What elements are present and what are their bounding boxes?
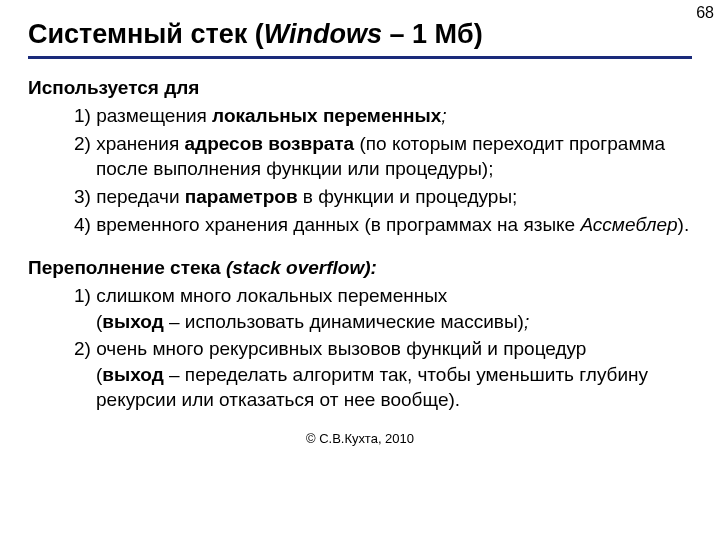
slide-content: Системный стек (Windows – 1 Мб) Использу… — [0, 0, 720, 446]
lead-italic: (stack overflow): — [226, 257, 377, 278]
usage-list: 1) размещения локальных переменных; 2) х… — [28, 103, 692, 237]
usage-item-3: 3) передачи параметров в функции и проце… — [54, 184, 692, 210]
section-overflow: Переполнение стека (stack overflow): 1) … — [28, 255, 692, 413]
usage-lead: Используется для — [28, 75, 692, 101]
title-part-1: Системный стек ( — [28, 19, 264, 49]
bold-text: адресов возврата — [185, 133, 355, 154]
usage-item-2: 2) хранения адресов возврата (по которым… — [54, 131, 692, 182]
bold-text: выход — [102, 364, 163, 385]
text: – переделать алгоритм так, чтобы уменьши… — [96, 364, 648, 411]
text: 1) размещения — [74, 105, 212, 126]
text: ). — [678, 214, 690, 235]
page-number: 68 — [696, 4, 714, 22]
title-part-4: ) — [474, 19, 483, 49]
text: 2) хранения — [74, 133, 185, 154]
text: – использовать динамические массивы) — [164, 311, 524, 332]
text: 1) слишком много локальных переменных — [74, 285, 447, 306]
italic-text: ; — [524, 311, 529, 332]
bold-text: выход — [102, 311, 163, 332]
overflow-lead: Переполнение стека (stack overflow): — [28, 255, 692, 281]
slide-title: Системный стек (Windows – 1 Мб) — [28, 18, 692, 50]
bold-text: параметров — [185, 186, 298, 207]
text: 4) временного хранения данных (в програм… — [74, 214, 580, 235]
text: 3) передачи — [74, 186, 185, 207]
section-usage: Используется для 1) размещения локальных… — [28, 75, 692, 237]
overflow-item-2: 2) очень много рекурсивных вызовов функц… — [54, 336, 692, 413]
text: 2) очень много рекурсивных вызовов функц… — [74, 338, 586, 359]
italic-text: ; — [441, 105, 446, 126]
title-rule — [28, 56, 692, 59]
text: в функции и процедуры; — [298, 186, 518, 207]
overflow-item-1: 1) слишком много локальных переменных (в… — [54, 283, 692, 334]
title-part-3: – 1 Мб — [382, 19, 474, 49]
footer-copyright: © С.В.Кухта, 2010 — [28, 431, 692, 446]
italic-text: Ассмеблер — [580, 214, 677, 235]
bold-text: локальных переменных — [212, 105, 441, 126]
lead-text: Переполнение стека — [28, 257, 226, 278]
overflow-list: 1) слишком много локальных переменных (в… — [28, 283, 692, 413]
usage-item-1: 1) размещения локальных переменных; — [54, 103, 692, 129]
title-italic: Windows — [264, 19, 382, 49]
usage-item-4: 4) временного хранения данных (в програм… — [54, 212, 692, 238]
